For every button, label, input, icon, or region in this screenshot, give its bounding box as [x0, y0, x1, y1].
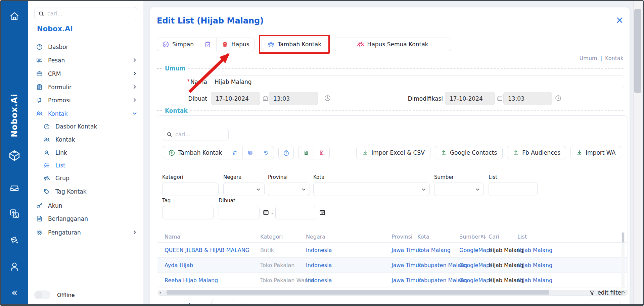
inbox-tray-icon[interactable]: [1, 183, 28, 194]
sidebar-item-list[interactable]: List: [28, 159, 143, 172]
sidebar-item-tag-kontak[interactable]: Tag Kontak: [28, 185, 143, 198]
package-logo-icon[interactable]: [1, 148, 28, 163]
scrollbar-thumb[interactable]: [167, 290, 549, 295]
offline-toggle[interactable]: [34, 291, 50, 299]
sumber-select[interactable]: [434, 183, 484, 196]
sidebar-item-dasbor-kontak[interactable]: Dasbor Kontak: [28, 120, 143, 133]
cell-negara[interactable]: Indonesia: [306, 247, 332, 253]
calendar-icon[interactable]: [263, 209, 269, 216]
cell-kota[interactable]: Kota Malang: [417, 247, 451, 253]
kategori-input[interactable]: [162, 183, 219, 196]
translate-icon[interactable]: [1, 208, 28, 219]
export-excel-button[interactable]: [298, 146, 314, 159]
last-page-icon[interactable]: »: [261, 303, 265, 306]
table-view-button[interactable]: [243, 146, 258, 159]
scroll-right-arrow[interactable]: ▸: [624, 290, 626, 295]
refresh-button[interactable]: [227, 146, 243, 159]
import-wa-button[interactable]: Import WA: [570, 146, 621, 159]
sidebar-item-akun[interactable]: Akun: [28, 199, 143, 212]
sidebar-item-kontak-sub[interactable]: Kontak: [28, 133, 143, 146]
sidebar-item-grup[interactable]: Grup: [28, 171, 143, 185]
kota-select[interactable]: [313, 183, 430, 196]
list-input[interactable]: [489, 183, 538, 196]
group-icon: [43, 175, 51, 182]
key-icon: [36, 202, 43, 209]
sidebar-search-input[interactable]: [47, 8, 134, 19]
history-timer-button[interactable]: [278, 146, 294, 159]
sidebar-item-dasbor[interactable]: Dasbor: [28, 40, 143, 53]
cell-provinsi[interactable]: Jawa Timur: [392, 277, 421, 284]
close-icon[interactable]: ×: [616, 15, 624, 25]
sidebar-item-berlangganan[interactable]: Berlangganan: [28, 212, 143, 225]
sidebar-item-pengaturan[interactable]: Pengaturan: [28, 226, 143, 239]
sidebar-item-crm[interactable]: CRM: [28, 67, 143, 80]
reload-icon[interactable]: ↻: [276, 302, 282, 306]
tag-input[interactable]: [162, 206, 214, 219]
table-row: QUEEN JILBAB & HIJAB MALANG Butik Indone…: [157, 243, 627, 258]
contacts-search-input[interactable]: [175, 129, 225, 140]
profile-icon[interactable]: [1, 261, 28, 272]
negara-select[interactable]: [223, 183, 265, 196]
scrollbar-thumb[interactable]: [634, 9, 641, 93]
panel-add-contact-button[interactable]: Tambah Kontak: [163, 146, 227, 159]
export-pdf-button[interactable]: [314, 146, 329, 159]
page-scrollbar[interactable]: [633, 1, 642, 304]
prev-page-icon[interactable]: ‹: [173, 303, 176, 306]
contact-name-link[interactable]: QUEEN JILBAB & HIJAB MALANG: [165, 247, 249, 253]
cell-sumber[interactable]: GoogleMaps: [459, 247, 493, 253]
dibuat-to-input[interactable]: [275, 206, 316, 219]
cell-sumber[interactable]: GoogleMaps: [459, 262, 493, 268]
undo-button[interactable]: [258, 146, 274, 159]
save-button[interactable]: Simpan: [157, 38, 199, 51]
contacts-search[interactable]: [163, 128, 229, 141]
sidebar-search[interactable]: [34, 7, 137, 20]
scrollbar-thumb[interactable]: [622, 233, 624, 243]
dibuat-from-input[interactable]: [219, 206, 260, 219]
fb-audiences-button[interactable]: Fb Audiences: [507, 146, 566, 159]
col-cari: Cari: [489, 233, 499, 240]
cell-negara[interactable]: Indonesia: [306, 277, 332, 284]
page-number-input[interactable]: [211, 300, 235, 306]
collapse-sidebar-icon[interactable]: «: [1, 288, 28, 298]
cell-provinsi[interactable]: Jawa Timur: [392, 262, 421, 268]
delete-button[interactable]: Hapus: [217, 38, 255, 51]
table-horizontal-scrollbar[interactable]: ◂ ▸: [158, 290, 627, 295]
sidebar-item-formulir[interactable]: Formulir: [28, 81, 143, 94]
contact-name-link[interactable]: Ayda Hijab: [165, 262, 193, 268]
scroll-left-arrow[interactable]: ◂: [159, 290, 161, 295]
theme-paint-icon[interactable]: [1, 235, 28, 246]
sidebar-item-label: Link: [55, 149, 67, 156]
edit-filter-button[interactable]: edit filter: [589, 289, 624, 296]
nav-umum-link[interactable]: Umum: [580, 55, 597, 61]
sidebar-item-promosi[interactable]: Promosi: [28, 94, 143, 107]
cell-sumber[interactable]: GoogleMaps: [459, 277, 493, 284]
sort-icon[interactable]: [480, 234, 486, 240]
name-input[interactable]: [210, 75, 624, 88]
funnel-icon: [589, 290, 595, 296]
cell-provinsi[interactable]: Jawa Timur: [392, 247, 421, 253]
delete-all-contacts-button[interactable]: Hapus Semua Kontak: [334, 38, 451, 51]
import-excel-csv-button[interactable]: Impor Excel & CSV: [356, 146, 430, 159]
table-vertical-scrollbar[interactable]: [622, 232, 625, 288]
table-row: Ayda Hijab Toko Pakaian Indonesia Jawa T…: [157, 258, 627, 273]
first-page-icon[interactable]: «: [164, 303, 168, 306]
cell-list[interactable]: Hijab Malang: [517, 277, 552, 284]
home-icon[interactable]: [1, 11, 28, 21]
page-size-select[interactable]: 20: [586, 301, 621, 306]
cell-list[interactable]: Hijab Malang: [517, 247, 552, 253]
add-contact-button[interactable]: Tambah Kontak: [262, 38, 327, 51]
sidebar-item-pesan[interactable]: Pesan: [28, 54, 143, 67]
cell-negara[interactable]: Indonesia: [306, 262, 332, 268]
cell-list[interactable]: Hijab Malang: [517, 262, 552, 268]
provinsi-select[interactable]: [268, 183, 310, 196]
calendar-icon[interactable]: [319, 209, 326, 216]
sidebar-item-label: Pengaturan: [48, 229, 81, 236]
next-page-icon[interactable]: ›: [253, 303, 256, 306]
contact-name-link[interactable]: Reeha Hijab Malang: [165, 277, 218, 284]
section-umum-heading: Umum: [157, 65, 624, 72]
copy-clipboard-button[interactable]: [199, 38, 217, 51]
sidebar-item-link[interactable]: Link: [28, 146, 143, 159]
google-contacts-button[interactable]: Google Contacts: [435, 146, 503, 159]
nav-kontak-link[interactable]: Kontak: [605, 55, 624, 61]
sidebar-item-kontak[interactable]: Kontak: [28, 107, 143, 120]
